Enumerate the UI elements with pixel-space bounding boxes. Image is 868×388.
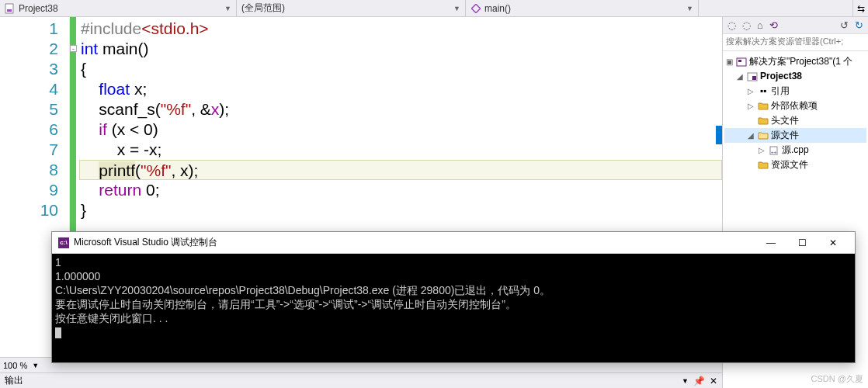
chevron-down-icon: ▼	[224, 5, 231, 12]
sync-icon[interactable]: ⟲	[769, 19, 778, 31]
folder-icon	[757, 101, 769, 112]
folder-icon	[757, 160, 769, 171]
cursor	[55, 327, 61, 338]
project-dropdown[interactable]: Project38 ▼	[0, 0, 237, 16]
method-icon	[470, 3, 481, 14]
cpp-file-icon: ++	[768, 145, 780, 156]
solution-tree[interactable]: ▣ 解决方案"Project38"(1 个 ◢ Project38 ▷ ▪▪ 引…	[723, 51, 868, 175]
svg-rect-0	[5, 4, 13, 13]
home-icon[interactable]: ⌂	[757, 19, 763, 31]
chevron-down-icon: ▼	[453, 5, 460, 12]
zoom-level[interactable]: 100 %	[3, 361, 27, 370]
expand-collapse-icon[interactable]: ◢	[746, 128, 755, 143]
search-input[interactable]	[726, 36, 865, 46]
chevron-down-icon[interactable]: ▼	[32, 362, 39, 369]
expand-collapse-icon[interactable]: ▷	[757, 143, 766, 158]
code-line-current: printf("%f", x);	[79, 160, 722, 180]
member-label: main()	[484, 3, 683, 14]
explorer-toolbar: ◌ ◌ ⌂ ⟲ ↺ ↻	[723, 17, 868, 34]
close-button[interactable]: ✕	[818, 233, 849, 253]
fold-icon[interactable]: -	[70, 45, 77, 52]
svg-rect-4	[738, 60, 741, 62]
pin-icon[interactable]: 📌	[693, 376, 705, 386]
references-node[interactable]: ▷ ▪▪ 引用	[724, 84, 866, 99]
scope-label: (全局范围)	[241, 2, 450, 15]
chevron-down-icon[interactable]: ▣	[724, 54, 734, 69]
close-icon[interactable]: ✕	[710, 376, 717, 386]
console-title: Microsoft Visual Studio 调试控制台	[74, 236, 755, 249]
debug-console-window: c:\ Microsoft Visual Studio 调试控制台 — ☐ ✕ …	[51, 231, 856, 363]
console-icon: c:\	[58, 237, 69, 248]
minimize-button[interactable]: —	[755, 233, 786, 253]
output-panel-header: 输出 ▼ 📌 ✕	[0, 372, 722, 388]
folder-open-icon	[757, 130, 769, 141]
refresh-icon[interactable]: ↻	[855, 19, 863, 31]
expand-collapse-icon[interactable]: ▷	[746, 99, 755, 113]
references-icon: ▪▪	[757, 86, 769, 97]
code-line: #include<stdio.h>	[81, 19, 722, 39]
context-toolbar: Project38 ▼ (全局范围) ▼ main() ▼ ⇆	[0, 0, 868, 17]
svg-rect-1	[7, 9, 12, 12]
code-line: -int main()	[81, 39, 722, 59]
member-dropdown[interactable]: main() ▼	[466, 0, 699, 16]
code-line: }	[81, 200, 722, 220]
back-icon[interactable]: ◌	[727, 19, 736, 31]
cpp-file-icon	[5, 3, 16, 14]
forward-icon[interactable]: ◌	[742, 19, 751, 31]
code-line: float x;	[81, 79, 722, 99]
headers-node[interactable]: 头文件	[724, 113, 866, 128]
code-line: {	[81, 59, 722, 79]
resources-node[interactable]: 资源文件	[724, 158, 866, 172]
external-deps-node[interactable]: ▷ 外部依赖项	[724, 99, 866, 113]
svg-rect-2	[471, 4, 480, 12]
output-label[interactable]: 输出	[5, 374, 23, 387]
svg-text:++: ++	[771, 150, 777, 154]
svg-rect-6	[752, 76, 756, 80]
sources-node[interactable]: ◢ 源文件	[724, 128, 866, 143]
scroll-marker	[716, 126, 722, 144]
code-line: x = -x;	[81, 140, 722, 160]
project-icon	[746, 71, 759, 82]
explorer-search[interactable]	[723, 34, 868, 51]
project-name: Project38	[19, 3, 221, 14]
code-line: if (x < 0)	[81, 120, 722, 140]
code-line: return 0;	[81, 180, 722, 200]
chevron-down-icon[interactable]: ▼	[682, 377, 689, 385]
history-icon[interactable]: ↺	[840, 19, 849, 31]
expand-collapse-icon[interactable]: ◢	[735, 69, 745, 84]
console-output[interactable]: 1 1.000000 C:\Users\ZYY20030204\source\r…	[52, 254, 855, 362]
watermark: CSDN @久夏	[811, 373, 863, 385]
scope-dropdown[interactable]: (全局范围) ▼	[237, 0, 466, 16]
maximize-button[interactable]: ☐	[786, 233, 818, 253]
expand-collapse-icon[interactable]: ▷	[746, 84, 755, 99]
console-titlebar[interactable]: c:\ Microsoft Visual Studio 调试控制台 — ☐ ✕	[52, 232, 855, 254]
solution-node[interactable]: ▣ 解决方案"Project38"(1 个	[724, 54, 866, 69]
code-line: scanf_s("%f", &x);	[81, 99, 722, 120]
chevron-down-icon: ▼	[686, 5, 693, 12]
split-button[interactable]: ⇆	[852, 0, 868, 16]
solution-icon	[735, 57, 748, 68]
project-node[interactable]: ◢ Project38	[724, 69, 866, 84]
cpp-file-node[interactable]: ▷ ++ 源.cpp	[724, 143, 866, 158]
folder-icon	[757, 116, 769, 126]
